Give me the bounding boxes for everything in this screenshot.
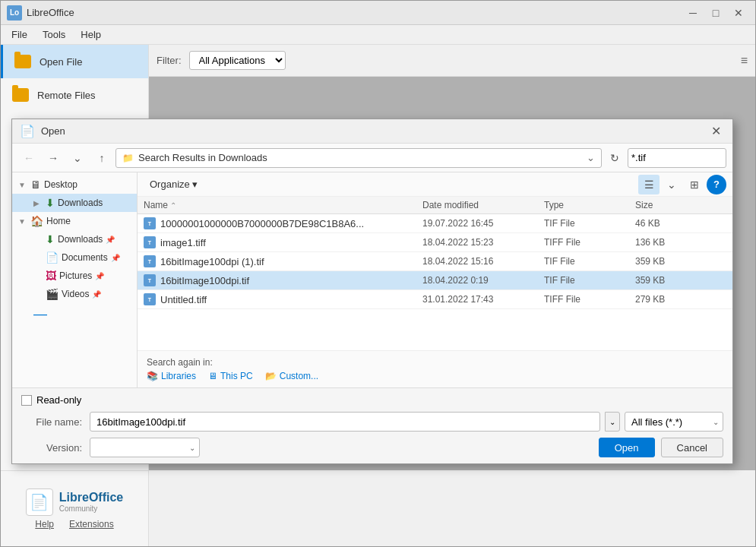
col-header-type[interactable]: Type: [544, 200, 635, 210]
tree-item-expand[interactable]: —: [12, 303, 137, 325]
col-header-size[interactable]: Size: [635, 200, 696, 210]
dialog-left-panel: ▼ 🖥 Desktop ▶ ⬇ Downloads ▼ 🏠 Home ⬇: [12, 172, 138, 387]
filename-dropdown-arrow[interactable]: ⌄: [605, 412, 620, 432]
filename-input[interactable]: [90, 412, 600, 432]
sidebar-item-open-file[interactable]: Open File: [1, 45, 148, 78]
lo-main-window: Lo LibreOffice ─ □ ✕ File Tools Help Ope…: [0, 0, 756, 547]
filter-select[interactable]: All Applications: [189, 51, 286, 70]
lo-menubar: File Tools Help: [1, 25, 755, 45]
file-size: 359 KB: [635, 256, 696, 267]
tree-item-home-downloads[interactable]: ⬇ Downloads 📌: [12, 230, 137, 248]
address-bar[interactable]: 📁 Search Results in Downloads ⌄: [115, 148, 602, 168]
cancel-button[interactable]: Cancel: [661, 438, 723, 457]
tree-home-label: Home: [46, 216, 71, 226]
file-name-cell: T 10000001000000B7000000B7DE98C1B8A6...: [144, 217, 422, 229]
dialog-close-button[interactable]: ✕: [707, 122, 725, 141]
lo-bottom-bar: 📄 LibreOffice Community Help Extensions: [1, 470, 149, 546]
open-button[interactable]: Open: [599, 438, 655, 457]
table-row[interactable]: T 16bitImage100dpi.tif 18.04.2022 0:19 T…: [138, 271, 732, 290]
menu-tools[interactable]: Tools: [35, 27, 73, 43]
large-icons-button[interactable]: ⊞: [684, 175, 705, 194]
back-button[interactable]: ←: [18, 148, 40, 168]
table-row[interactable]: T 16bitImage100dpi (1).tif 18.04.2022 15…: [138, 252, 732, 271]
refresh-button[interactable]: ↻: [605, 148, 625, 168]
file-name: Untitled.tiff: [160, 294, 207, 305]
dialog-bottom: Read-only File name: ⌄ All files (*.*) ⌄: [12, 387, 732, 463]
custom-link[interactable]: 📂 Custom...: [265, 371, 318, 381]
help-button[interactable]: ?: [707, 175, 726, 194]
lo-logo-text: LibreOffice Community: [59, 490, 123, 514]
tree-item-videos[interactable]: 🎬 Videos 📌: [12, 285, 137, 303]
table-row[interactable]: T 10000001000000B7000000B7DE98C1B8A6... …: [138, 214, 732, 233]
tree-item-desktop[interactable]: ▼ 🖥 Desktop: [12, 175, 137, 194]
videos-icon: 🎬: [46, 288, 59, 300]
this-pc-link[interactable]: 🖥 This PC: [208, 371, 253, 381]
tree-item-home[interactable]: ▼ 🏠 Home: [12, 212, 137, 230]
col-header-date[interactable]: Date modified: [422, 200, 544, 210]
pictures-icon: 🖼: [46, 270, 56, 282]
chevron-right-icon: ▶: [33, 199, 43, 207]
recent-locations-button[interactable]: ⌄: [67, 148, 88, 168]
readonly-checkbox[interactable]: [21, 395, 32, 406]
minimize-button[interactable]: ─: [682, 5, 704, 21]
col-header-empty: [696, 200, 726, 210]
file-table-header: Name ⌃ Date modified Type Size: [138, 197, 732, 214]
organize-button[interactable]: Organize ▾: [144, 176, 204, 192]
search-box: ✕: [628, 148, 726, 168]
menu-help[interactable]: Help: [73, 27, 109, 43]
file-name: 16bitImage100dpi.tif: [160, 275, 249, 286]
dialog-doc-icon: 📄: [20, 124, 35, 138]
lo-bottom-links: Help Extensions: [35, 519, 113, 530]
filter-menu-icon[interactable]: ≡: [741, 54, 748, 68]
readonly-label: Read-only: [36, 394, 81, 406]
lo-logo: 📄 LibreOffice Community: [26, 489, 123, 516]
up-button[interactable]: ↑: [91, 148, 112, 168]
file-size: 46 KB: [635, 218, 696, 229]
table-row[interactable]: T Untitled.tiff 31.01.2022 17:43 TIFF Fi…: [138, 290, 732, 309]
maximize-button[interactable]: □: [705, 5, 726, 21]
menu-file[interactable]: File: [4, 27, 35, 43]
tree-item-pictures[interactable]: 🖼 Pictures 📌: [12, 267, 137, 285]
lo-titlebar: Lo LibreOffice ─ □ ✕: [1, 1, 755, 25]
search-input[interactable]: [631, 152, 756, 163]
tif-file-icon: T: [144, 236, 156, 248]
dialog-title: Open: [41, 125, 701, 137]
chevron-view-button[interactable]: ⌄: [661, 175, 682, 194]
file-list-toolbar: Organize ▾ ☰ ⌄ ⊞ ?: [138, 172, 732, 197]
libraries-icon: 📚: [147, 371, 158, 381]
tree-item-documents[interactable]: 📄 Documents 📌: [12, 248, 137, 267]
open-file-icon: [14, 52, 32, 71]
filename-row: File name: ⌄ All files (*.*) ⌄: [21, 412, 723, 432]
version-actions-row: Version: ⌄ Open Cancel: [21, 438, 723, 457]
file-date: 19.07.2022 16:45: [422, 218, 544, 229]
file-type: TIF File: [544, 218, 635, 229]
file-name-cell: T Untitled.tiff: [144, 293, 422, 305]
details-view-button[interactable]: ☰: [638, 175, 660, 194]
extensions-link[interactable]: Extensions: [69, 519, 114, 530]
filename-dropdown[interactable]: ⌄: [605, 412, 620, 432]
file-date: 31.01.2022 17:43: [422, 294, 544, 305]
file-date: 18.04.2022 15:23: [422, 237, 544, 248]
close-button[interactable]: ✕: [728, 5, 749, 21]
remote-files-icon: [11, 86, 30, 104]
tif-file-icon: T: [144, 217, 156, 229]
documents-icon: 📄: [46, 251, 59, 264]
tree-videos-label: Videos: [62, 289, 89, 299]
lo-title: LibreOffice: [27, 7, 682, 18]
help-link[interactable]: Help: [35, 519, 54, 530]
libraries-link[interactable]: 📚 Libraries: [147, 371, 196, 381]
tree-item-downloads[interactable]: ▶ ⬇ Downloads: [12, 194, 137, 212]
custom-icon: 📂: [265, 371, 277, 381]
filename-label: File name:: [21, 416, 82, 428]
file-type: TIF File: [544, 256, 635, 267]
table-row[interactable]: T image1.tiff 18.04.2022 15:23 TIFF File…: [138, 233, 732, 252]
col-header-name[interactable]: Name ⌃: [144, 200, 422, 210]
lo-logo-name: LibreOffice: [59, 490, 123, 504]
filetype-select[interactable]: All files (*.*): [625, 412, 723, 432]
sidebar-item-remote-files[interactable]: Remote Files: [1, 78, 148, 112]
forward-button[interactable]: →: [43, 148, 64, 168]
file-name-cell: T 16bitImage100dpi (1).tif: [144, 255, 422, 267]
pin-icon-pics: 📌: [95, 272, 104, 280]
dialog-action-buttons: Open Cancel: [599, 438, 723, 457]
version-select[interactable]: [90, 438, 200, 457]
